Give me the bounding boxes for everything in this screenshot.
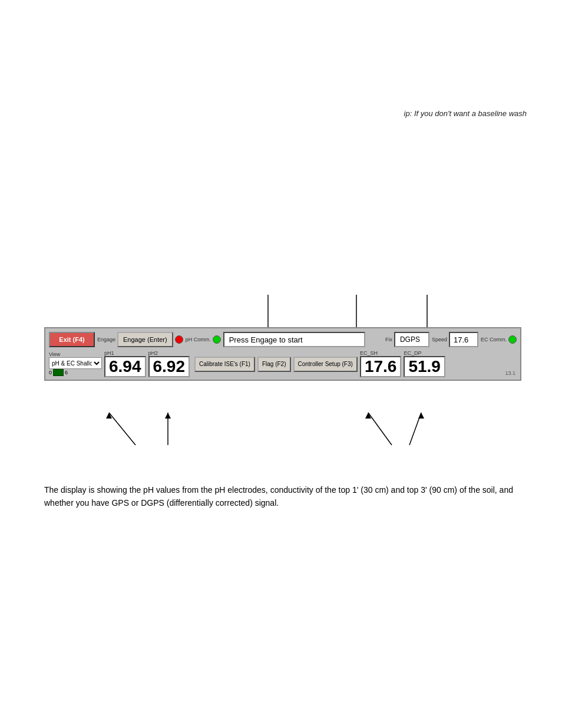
bar-indicator	[53, 369, 64, 376]
ec-comm-label: EC Comm.	[481, 337, 507, 342]
ec-dp-label: EC_DP	[404, 351, 421, 356]
fix-label: Fix	[385, 337, 392, 342]
svg-marker-9	[165, 413, 171, 419]
bar-start: 0	[49, 370, 52, 375]
svg-line-12	[409, 413, 421, 445]
svg-marker-7	[106, 413, 112, 419]
svg-line-10	[368, 413, 392, 445]
ec-dp-group: EC_DP 51.9	[404, 351, 445, 377]
ec-sh-value: 17.6	[360, 356, 402, 377]
status-message-box: Press Engage to start	[223, 332, 365, 347]
bar-area: 0 6	[49, 369, 102, 376]
view-area: View pH & EC Shallow 0 6	[49, 352, 102, 376]
calibrate-button[interactable]: Calibrate ISE's (F1)	[194, 357, 255, 372]
flag-button[interactable]: Flag (F2)	[257, 357, 291, 372]
ec-comm-indicator	[508, 335, 517, 344]
ph2-value: 6.92	[148, 356, 190, 377]
speed-label: Speed	[432, 337, 447, 342]
ec-comm-group: EC Comm.	[481, 335, 517, 344]
svg-marker-11	[365, 413, 371, 419]
tip-text: ip: If you don't want a baseline wash	[404, 109, 527, 118]
dgps-value-box: DGPS	[394, 332, 429, 347]
engage-label-stack: Engage	[97, 337, 115, 342]
svg-line-6	[109, 413, 135, 445]
engage-group: Engage Engage (Enter)	[97, 332, 183, 347]
ph1-group: pH1 6.94	[104, 351, 146, 377]
ph2-group: pH2 6.92	[148, 351, 190, 377]
controller-setup-button[interactable]: Controller Setup (F3)	[293, 357, 358, 372]
engage-button[interactable]: Engage (Enter)	[117, 332, 173, 347]
ec-dp-value: 51.9	[404, 356, 445, 377]
view-label: View	[49, 352, 102, 357]
ph-comm-group: pH Comm.	[186, 335, 221, 344]
fix-group: Fix DGPS	[385, 332, 429, 347]
software-panel: Exit (F4) Engage Engage (Enter) pH Comm.…	[44, 327, 521, 381]
ec-sh-label: EC_SH	[360, 351, 378, 356]
engage-label: Engage	[97, 337, 115, 342]
ph2-label: pH2	[148, 351, 158, 356]
row2-buttons: Calibrate ISE's (F1) Flag (F2) Controlle…	[194, 357, 358, 372]
ph-comm-indicator	[213, 335, 221, 344]
exit-button[interactable]: Exit (F4)	[49, 332, 95, 347]
ec-sh-group: EC_SH 17.6	[360, 351, 402, 377]
ph1-value: 6.94	[104, 356, 146, 377]
ph1-label: pH1	[104, 351, 114, 356]
view-select[interactable]: pH & EC Shallow	[49, 357, 102, 369]
engage-indicator-dot	[175, 335, 183, 344]
svg-marker-13	[418, 413, 424, 419]
ph-comm-label: pH Comm.	[186, 337, 211, 342]
description-text: The display is showing the pH values fro…	[44, 483, 518, 510]
speed-value-box: 17.6	[449, 332, 478, 347]
bar-end: 6	[65, 370, 68, 375]
version-label: 13.1	[505, 370, 517, 377]
lower-arrows-diagram	[44, 401, 521, 454]
speed-group: Speed 17.6	[432, 332, 478, 347]
